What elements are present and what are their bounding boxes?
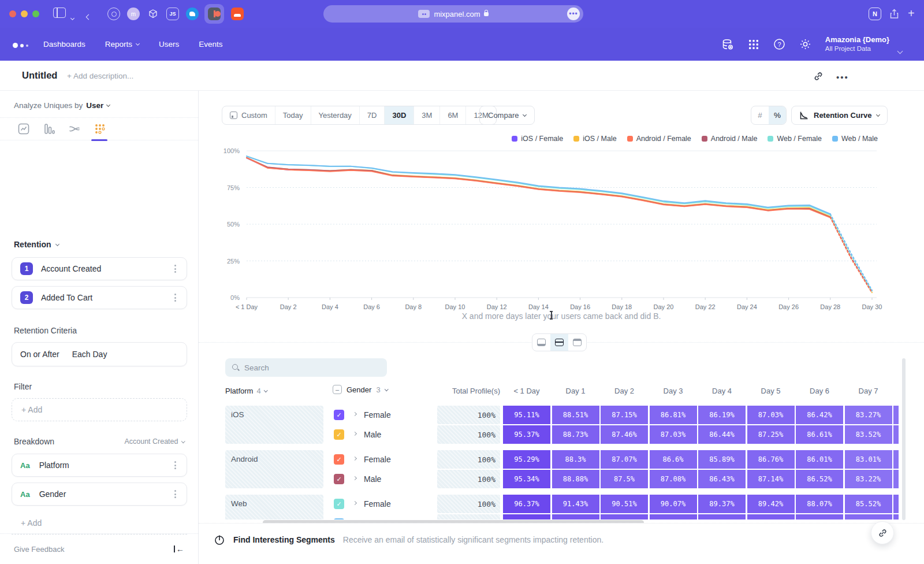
retention-cell[interactable]: 91.43%: [552, 495, 599, 513]
retention-cell[interactable]: 87.46%: [601, 425, 648, 444]
address-bar[interactable]: mixpanel.com •••: [323, 5, 583, 23]
retention-cell[interactable]: 90.21%: [650, 514, 697, 520]
notion-icon[interactable]: N: [869, 8, 881, 20]
breakdown-platform-menu-icon[interactable]: [172, 459, 178, 472]
platform-cell[interactable]: Web: [225, 495, 323, 520]
sidebar-toggle-icon[interactable]: [53, 8, 66, 18]
settings-gear-icon[interactable]: [799, 38, 811, 50]
patreon-app-tab-icon[interactable]: [208, 8, 221, 20]
retention-cell[interactable]: 86.19%: [698, 406, 746, 424]
close-window-button[interactable]: [9, 10, 16, 17]
breakdown-add-button[interactable]: + Add: [12, 511, 187, 535]
breakdown-gender-menu-icon[interactable]: [172, 488, 178, 500]
retention-cell[interactable]: 89.48%: [747, 514, 795, 520]
report-title[interactable]: Untitled: [22, 70, 57, 81]
retention-cell[interactable]: 90.51%: [601, 495, 648, 513]
chevron-down-icon[interactable]: [71, 12, 83, 23]
table-search-input[interactable]: Search: [225, 358, 387, 377]
retention-cell[interactable]: 95.11%: [503, 406, 550, 424]
vertical-scrollbar[interactable]: [902, 358, 906, 520]
retention-cell[interactable]: 89.49%: [698, 514, 746, 520]
cube-app-tab-icon[interactable]: [147, 8, 159, 20]
day-column-header[interactable]: Day 2: [601, 387, 648, 395]
expand-chevron-icon[interactable]: [353, 457, 357, 461]
onepassword-tab-icon[interactable]: [107, 8, 120, 20]
retention-cell[interactable]: 88.3%: [552, 450, 599, 469]
day-column-header[interactable]: Day 7: [845, 387, 892, 395]
criteria-each-day[interactable]: Each Day: [72, 350, 107, 359]
retention-cell[interactable]: 86.44%: [698, 425, 746, 444]
filter-add-button[interactable]: + Add: [12, 398, 187, 421]
series-checkbox[interactable]: ✓: [334, 474, 344, 484]
retention-cell[interactable]: 87.03%: [650, 425, 697, 444]
series-checkbox[interactable]: ✓: [334, 429, 344, 440]
nav-item-reports[interactable]: Reports: [105, 40, 139, 49]
mixpanel-logo[interactable]: [13, 43, 28, 48]
step-1-menu-icon[interactable]: [172, 262, 178, 275]
series-checkbox[interactable]: ✓: [334, 410, 344, 420]
copy-link-icon[interactable]: [813, 71, 824, 84]
retention-cell[interactable]: 86.6%: [650, 450, 697, 469]
day-column-header[interactable]: Day 3: [650, 387, 697, 395]
retention-cell[interactable]: 85.67%: [845, 514, 892, 520]
step-2-menu-icon[interactable]: [172, 291, 178, 304]
retention-cell[interactable]: 89.42%: [747, 495, 795, 513]
retention-cell[interactable]: 87.07%: [601, 450, 648, 469]
more-options-icon[interactable]: •••: [836, 72, 849, 82]
day-column-header[interactable]: < 1 Day: [503, 387, 550, 395]
nav-item-events[interactable]: Events: [199, 40, 222, 49]
zoom-window-button[interactable]: [32, 10, 39, 17]
project-switcher[interactable]: Amazonia {Demo} All Project Data: [825, 35, 889, 53]
site-options-icon[interactable]: •••: [567, 8, 580, 20]
apps-grid-icon[interactable]: [748, 39, 759, 50]
expand-chevron-icon[interactable]: [353, 501, 357, 505]
retention-cell[interactable]: 88.34%: [796, 514, 843, 520]
platform-cell[interactable]: Android: [225, 450, 323, 488]
retention-cell[interactable]: 90.54%: [601, 514, 648, 520]
platform-cell[interactable]: iOS: [225, 406, 323, 444]
breakdown-platform[interactable]: Aa Platform: [12, 454, 187, 477]
breakdown-scope-selector[interactable]: Account Created: [124, 437, 184, 446]
retention-cell[interactable]: 87.14%: [747, 470, 795, 488]
expand-chevron-icon[interactable]: [353, 476, 357, 480]
retention-cell[interactable]: 91.41%: [552, 514, 599, 520]
retention-cell[interactable]: 88.51%: [552, 406, 599, 424]
nav-item-users[interactable]: Users: [159, 40, 179, 49]
retention-cell[interactable]: 88.88%: [552, 470, 599, 488]
tab-insights[interactable]: [17, 123, 30, 135]
retention-cell[interactable]: 95.34%: [503, 470, 550, 488]
retention-cell[interactable]: 86.61%: [796, 425, 843, 444]
retention-cell[interactable]: 83.27%: [845, 406, 892, 424]
add-description-button[interactable]: + Add description...: [67, 72, 133, 80]
retention-criteria-control[interactable]: On or After Each Day: [12, 342, 187, 366]
platform-column-header[interactable]: Platform4: [225, 387, 267, 395]
retention-step-2[interactable]: 2 Added To Cart: [12, 286, 187, 309]
tab-flows[interactable]: [68, 123, 81, 135]
soundcloud-app-tab-icon[interactable]: [231, 8, 244, 20]
retention-cell[interactable]: 83.22%: [845, 470, 892, 488]
copy-url-fab[interactable]: [871, 521, 894, 544]
retention-cell[interactable]: 85.89%: [698, 450, 746, 469]
retention-cell[interactable]: 86.43%: [698, 470, 746, 488]
breakdown-gender[interactable]: Aa Gender: [12, 483, 187, 506]
new-tab-icon[interactable]: +: [908, 7, 919, 18]
give-feedback-link[interactable]: Give Feedback: [14, 545, 64, 554]
layout-bottom-button[interactable]: [532, 334, 550, 351]
layout-split-button[interactable]: [550, 334, 568, 351]
bird-app-tab-icon[interactable]: [186, 8, 199, 20]
retention-section-header[interactable]: Retention: [14, 240, 59, 249]
retention-cell[interactable]: 83.01%: [845, 450, 892, 469]
data-management-icon[interactable]: [721, 38, 734, 51]
analyze-value[interactable]: User: [86, 101, 103, 110]
retention-cell[interactable]: 86.81%: [650, 406, 697, 424]
total-profiles-header[interactable]: Total Profile(s): [437, 387, 500, 395]
analyze-uniques-control[interactable]: Analyze Uniques by User: [14, 101, 110, 110]
retention-cell[interactable]: 86.42%: [796, 406, 843, 424]
back-icon[interactable]: [87, 11, 98, 23]
retention-cell[interactable]: 86.52%: [796, 470, 843, 488]
series-checkbox[interactable]: ✓: [334, 454, 344, 465]
day-column-header[interactable]: Day 1: [552, 387, 599, 395]
expand-chevron-icon[interactable]: [353, 432, 357, 436]
retention-cell[interactable]: 95.37%: [503, 425, 550, 444]
retention-cell[interactable]: 89.37%: [698, 495, 746, 513]
